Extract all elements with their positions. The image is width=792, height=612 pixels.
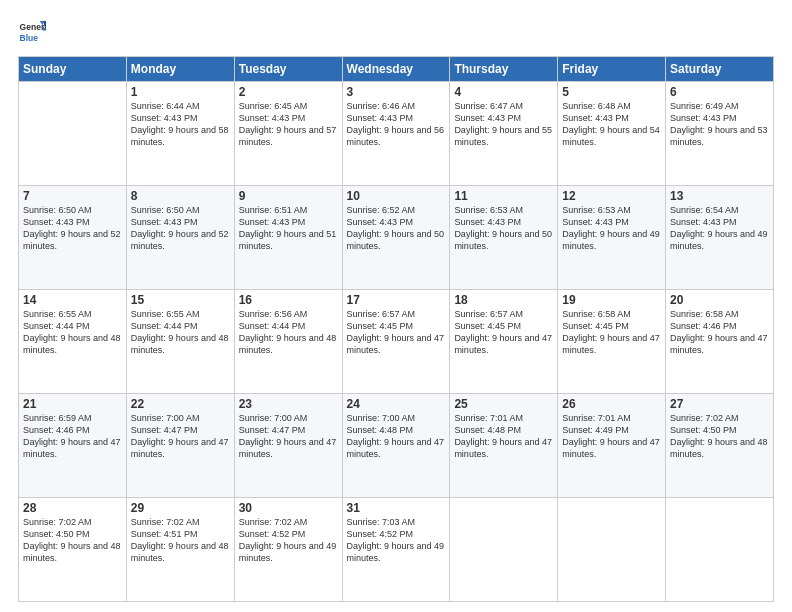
calendar-cell xyxy=(666,498,774,602)
day-number: 29 xyxy=(131,501,230,515)
day-number: 14 xyxy=(23,293,122,307)
day-number: 16 xyxy=(239,293,338,307)
week-row-3: 14 Sunrise: 6:55 AMSunset: 4:44 PMDaylig… xyxy=(19,290,774,394)
day-number: 2 xyxy=(239,85,338,99)
day-number: 5 xyxy=(562,85,661,99)
calendar-cell xyxy=(19,82,127,186)
calendar-cell: 20 Sunrise: 6:58 AMSunset: 4:46 PMDaylig… xyxy=(666,290,774,394)
day-info: Sunrise: 7:00 AMSunset: 4:48 PMDaylight:… xyxy=(347,412,446,461)
day-info: Sunrise: 6:55 AMSunset: 4:44 PMDaylight:… xyxy=(23,308,122,357)
day-number: 13 xyxy=(670,189,769,203)
calendar-cell: 23 Sunrise: 7:00 AMSunset: 4:47 PMDaylig… xyxy=(234,394,342,498)
day-info: Sunrise: 6:50 AMSunset: 4:43 PMDaylight:… xyxy=(23,204,122,253)
day-info: Sunrise: 6:44 AMSunset: 4:43 PMDaylight:… xyxy=(131,100,230,149)
day-number: 24 xyxy=(347,397,446,411)
calendar-cell: 17 Sunrise: 6:57 AMSunset: 4:45 PMDaylig… xyxy=(342,290,450,394)
weekday-header-saturday: Saturday xyxy=(666,57,774,82)
day-number: 28 xyxy=(23,501,122,515)
day-number: 10 xyxy=(347,189,446,203)
day-number: 20 xyxy=(670,293,769,307)
day-info: Sunrise: 6:48 AMSunset: 4:43 PMDaylight:… xyxy=(562,100,661,149)
calendar-cell: 13 Sunrise: 6:54 AMSunset: 4:43 PMDaylig… xyxy=(666,186,774,290)
day-number: 11 xyxy=(454,189,553,203)
calendar-cell: 14 Sunrise: 6:55 AMSunset: 4:44 PMDaylig… xyxy=(19,290,127,394)
week-row-1: 1 Sunrise: 6:44 AMSunset: 4:43 PMDayligh… xyxy=(19,82,774,186)
calendar-cell: 2 Sunrise: 6:45 AMSunset: 4:43 PMDayligh… xyxy=(234,82,342,186)
day-number: 30 xyxy=(239,501,338,515)
day-info: Sunrise: 7:02 AMSunset: 4:50 PMDaylight:… xyxy=(23,516,122,565)
calendar-cell: 19 Sunrise: 6:58 AMSunset: 4:45 PMDaylig… xyxy=(558,290,666,394)
page: General Blue SundayMondayTuesdayWednesda… xyxy=(0,0,792,612)
day-number: 6 xyxy=(670,85,769,99)
week-row-4: 21 Sunrise: 6:59 AMSunset: 4:46 PMDaylig… xyxy=(19,394,774,498)
svg-text:Blue: Blue xyxy=(20,33,39,43)
week-row-2: 7 Sunrise: 6:50 AMSunset: 4:43 PMDayligh… xyxy=(19,186,774,290)
day-info: Sunrise: 6:58 AMSunset: 4:45 PMDaylight:… xyxy=(562,308,661,357)
day-number: 31 xyxy=(347,501,446,515)
day-info: Sunrise: 6:49 AMSunset: 4:43 PMDaylight:… xyxy=(670,100,769,149)
day-info: Sunrise: 7:01 AMSunset: 4:49 PMDaylight:… xyxy=(562,412,661,461)
logo: General Blue xyxy=(18,18,46,46)
day-number: 18 xyxy=(454,293,553,307)
day-info: Sunrise: 7:00 AMSunset: 4:47 PMDaylight:… xyxy=(131,412,230,461)
day-info: Sunrise: 7:01 AMSunset: 4:48 PMDaylight:… xyxy=(454,412,553,461)
weekday-header-wednesday: Wednesday xyxy=(342,57,450,82)
day-number: 7 xyxy=(23,189,122,203)
day-info: Sunrise: 7:03 AMSunset: 4:52 PMDaylight:… xyxy=(347,516,446,565)
day-info: Sunrise: 7:02 AMSunset: 4:52 PMDaylight:… xyxy=(239,516,338,565)
calendar-cell: 22 Sunrise: 7:00 AMSunset: 4:47 PMDaylig… xyxy=(126,394,234,498)
logo-icon: General Blue xyxy=(18,18,46,46)
calendar-cell: 1 Sunrise: 6:44 AMSunset: 4:43 PMDayligh… xyxy=(126,82,234,186)
calendar-body: 1 Sunrise: 6:44 AMSunset: 4:43 PMDayligh… xyxy=(19,82,774,602)
day-info: Sunrise: 6:59 AMSunset: 4:46 PMDaylight:… xyxy=(23,412,122,461)
calendar-table: SundayMondayTuesdayWednesdayThursdayFrid… xyxy=(18,56,774,602)
calendar-cell: 21 Sunrise: 6:59 AMSunset: 4:46 PMDaylig… xyxy=(19,394,127,498)
calendar-cell: 11 Sunrise: 6:53 AMSunset: 4:43 PMDaylig… xyxy=(450,186,558,290)
day-info: Sunrise: 7:02 AMSunset: 4:50 PMDaylight:… xyxy=(670,412,769,461)
calendar-cell: 18 Sunrise: 6:57 AMSunset: 4:45 PMDaylig… xyxy=(450,290,558,394)
weekday-header-tuesday: Tuesday xyxy=(234,57,342,82)
day-number: 22 xyxy=(131,397,230,411)
week-row-5: 28 Sunrise: 7:02 AMSunset: 4:50 PMDaylig… xyxy=(19,498,774,602)
calendar-cell: 29 Sunrise: 7:02 AMSunset: 4:51 PMDaylig… xyxy=(126,498,234,602)
day-info: Sunrise: 6:57 AMSunset: 4:45 PMDaylight:… xyxy=(454,308,553,357)
day-number: 4 xyxy=(454,85,553,99)
calendar-cell xyxy=(558,498,666,602)
day-number: 26 xyxy=(562,397,661,411)
day-info: Sunrise: 6:47 AMSunset: 4:43 PMDaylight:… xyxy=(454,100,553,149)
weekday-header-thursday: Thursday xyxy=(450,57,558,82)
day-number: 27 xyxy=(670,397,769,411)
day-number: 15 xyxy=(131,293,230,307)
day-info: Sunrise: 6:52 AMSunset: 4:43 PMDaylight:… xyxy=(347,204,446,253)
day-number: 23 xyxy=(239,397,338,411)
header: General Blue xyxy=(18,18,774,46)
day-number: 1 xyxy=(131,85,230,99)
weekday-header-sunday: Sunday xyxy=(19,57,127,82)
day-info: Sunrise: 6:58 AMSunset: 4:46 PMDaylight:… xyxy=(670,308,769,357)
calendar-cell: 5 Sunrise: 6:48 AMSunset: 4:43 PMDayligh… xyxy=(558,82,666,186)
day-number: 8 xyxy=(131,189,230,203)
day-info: Sunrise: 6:54 AMSunset: 4:43 PMDaylight:… xyxy=(670,204,769,253)
calendar-cell: 7 Sunrise: 6:50 AMSunset: 4:43 PMDayligh… xyxy=(19,186,127,290)
day-number: 3 xyxy=(347,85,446,99)
calendar-cell: 12 Sunrise: 6:53 AMSunset: 4:43 PMDaylig… xyxy=(558,186,666,290)
calendar-cell: 28 Sunrise: 7:02 AMSunset: 4:50 PMDaylig… xyxy=(19,498,127,602)
calendar-cell: 27 Sunrise: 7:02 AMSunset: 4:50 PMDaylig… xyxy=(666,394,774,498)
day-info: Sunrise: 6:50 AMSunset: 4:43 PMDaylight:… xyxy=(131,204,230,253)
day-number: 17 xyxy=(347,293,446,307)
calendar-cell: 16 Sunrise: 6:56 AMSunset: 4:44 PMDaylig… xyxy=(234,290,342,394)
calendar-cell: 10 Sunrise: 6:52 AMSunset: 4:43 PMDaylig… xyxy=(342,186,450,290)
weekday-header-monday: Monday xyxy=(126,57,234,82)
day-info: Sunrise: 6:57 AMSunset: 4:45 PMDaylight:… xyxy=(347,308,446,357)
day-info: Sunrise: 6:53 AMSunset: 4:43 PMDaylight:… xyxy=(454,204,553,253)
calendar-cell: 30 Sunrise: 7:02 AMSunset: 4:52 PMDaylig… xyxy=(234,498,342,602)
calendar-cell: 9 Sunrise: 6:51 AMSunset: 4:43 PMDayligh… xyxy=(234,186,342,290)
calendar-cell: 3 Sunrise: 6:46 AMSunset: 4:43 PMDayligh… xyxy=(342,82,450,186)
weekday-header-friday: Friday xyxy=(558,57,666,82)
calendar-cell: 6 Sunrise: 6:49 AMSunset: 4:43 PMDayligh… xyxy=(666,82,774,186)
calendar-cell: 24 Sunrise: 7:00 AMSunset: 4:48 PMDaylig… xyxy=(342,394,450,498)
day-number: 25 xyxy=(454,397,553,411)
calendar-cell: 15 Sunrise: 6:55 AMSunset: 4:44 PMDaylig… xyxy=(126,290,234,394)
calendar-cell: 25 Sunrise: 7:01 AMSunset: 4:48 PMDaylig… xyxy=(450,394,558,498)
day-number: 12 xyxy=(562,189,661,203)
